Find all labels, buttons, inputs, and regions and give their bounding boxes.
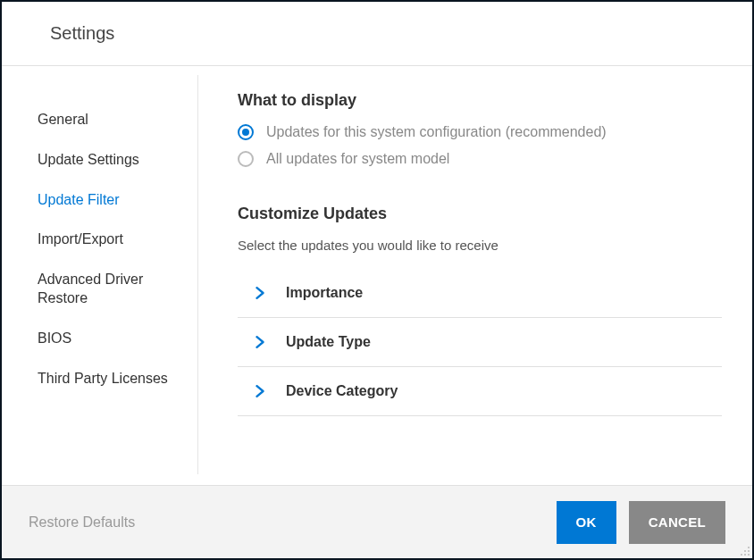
restore-defaults-link[interactable]: Restore Defaults bbox=[29, 514, 135, 531]
sidebar-item-import-export[interactable]: Import/Export bbox=[38, 220, 172, 260]
accordion-device-category[interactable]: Device Category bbox=[238, 367, 722, 416]
radio-option-recommended[interactable]: Updates for this system configuration (r… bbox=[238, 124, 722, 140]
content-area: General Update Settings Update Filter Im… bbox=[2, 66, 752, 483]
accordion-label: Importance bbox=[286, 285, 363, 301]
sidebar-item-third-party-licenses[interactable]: Third Party Licenses bbox=[38, 359, 172, 399]
svg-point-3 bbox=[741, 554, 742, 556]
sidebar-item-bios[interactable]: BIOS bbox=[38, 319, 172, 359]
main-panel: What to display Updates for this system … bbox=[198, 66, 752, 483]
accordion-label: Device Category bbox=[286, 383, 398, 399]
customize-updates-heading: Customize Updates bbox=[238, 205, 722, 223]
accordion-label: Update Type bbox=[286, 334, 371, 350]
svg-point-0 bbox=[748, 547, 750, 548]
customize-updates-section: Customize Updates Select the updates you… bbox=[238, 205, 722, 416]
ok-button[interactable]: OK bbox=[557, 501, 616, 544]
customize-updates-description: Select the updates you would like to rec… bbox=[238, 238, 722, 253]
cancel-button[interactable]: CANCEL bbox=[629, 501, 725, 544]
svg-point-5 bbox=[748, 554, 750, 556]
svg-point-2 bbox=[748, 550, 750, 552]
radio-option-all-updates[interactable]: All updates for system model bbox=[238, 151, 722, 167]
sidebar-item-update-settings[interactable]: Update Settings bbox=[38, 140, 172, 180]
resize-grip-icon[interactable] bbox=[740, 546, 750, 556]
radio-label: Updates for this system configuration (r… bbox=[266, 124, 607, 140]
chevron-right-icon bbox=[252, 383, 268, 399]
chevron-right-icon bbox=[252, 285, 268, 301]
sidebar: General Update Settings Update Filter Im… bbox=[2, 75, 198, 474]
radio-icon bbox=[238, 124, 254, 140]
radio-label: All updates for system model bbox=[266, 151, 449, 167]
svg-point-4 bbox=[744, 554, 746, 556]
sidebar-item-update-filter[interactable]: Update Filter bbox=[38, 180, 172, 221]
footer: Restore Defaults OK CANCEL bbox=[2, 485, 752, 558]
what-to-display-heading: What to display bbox=[238, 91, 722, 110]
chevron-right-icon bbox=[252, 334, 268, 350]
page-title: Settings bbox=[50, 23, 752, 44]
svg-point-1 bbox=[744, 550, 746, 552]
sidebar-item-advanced-driver-restore[interactable]: Advanced Driver Restore bbox=[38, 260, 172, 319]
sidebar-item-general[interactable]: General bbox=[38, 100, 172, 140]
footer-buttons: OK CANCEL bbox=[557, 501, 725, 544]
radio-icon bbox=[238, 151, 254, 167]
accordion-update-type[interactable]: Update Type bbox=[238, 318, 722, 367]
settings-header: Settings bbox=[2, 2, 752, 66]
accordion-importance[interactable]: Importance bbox=[238, 269, 722, 318]
